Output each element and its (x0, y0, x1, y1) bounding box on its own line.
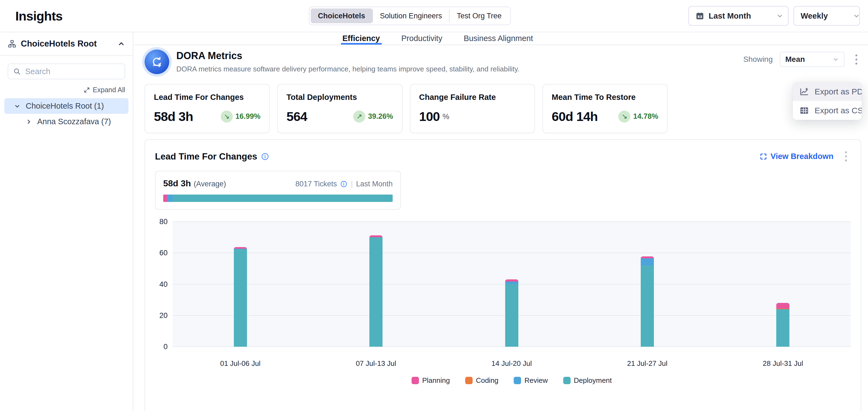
tree-item-anna-scozzafava-7[interactable]: Anna Scozzafava (7) (4, 114, 128, 130)
x-tick-label: 28 Jul-31 Jul (763, 359, 803, 368)
app-title: Insights (16, 8, 62, 24)
menu-item-export-as-pdf[interactable]: Export as PDF (793, 82, 862, 101)
bar-segment-planning (505, 279, 518, 281)
tickets-count: 8017 Tickets (296, 180, 337, 188)
legend-label: Coding (476, 376, 498, 385)
trend-down-icon: ↘ (618, 110, 630, 123)
sidebar-title: ChoiceHotels Root (21, 39, 113, 49)
gridline (173, 221, 851, 222)
info-icon[interactable] (261, 152, 269, 161)
x-tick-label: 14 Jul-20 Jul (492, 359, 532, 368)
metric-card-lead-time-for-changes: Lead Time For Changes58d 3h↘16.99% (145, 84, 270, 133)
y-tick-label: 40 (159, 280, 167, 288)
chevron-down-icon[interactable] (14, 103, 21, 109)
legend-label: Planning (422, 376, 450, 385)
granularity-value: Weekly (801, 11, 828, 21)
metric-card-value-row: 58d 3h↘16.99% (154, 109, 260, 124)
metric-card-title: Change Failure Rate (419, 93, 526, 102)
topbar-controls: Last Month Weekly (688, 6, 860, 26)
tab-efficiency[interactable]: Efficiency (341, 32, 382, 45)
aggregation-value: Mean (785, 55, 832, 64)
dora-description: DORA metrics measure software delivery p… (176, 65, 520, 73)
view-breakdown-button[interactable]: View Breakdown (760, 152, 834, 161)
top-bar: Insights ChoiceHotelsSolution EngineersT… (0, 0, 868, 32)
dora-title: DORA Metrics (176, 50, 520, 62)
x-tick-label: 21 Jul-27 Jul (627, 359, 667, 368)
search-input[interactable] (25, 67, 120, 76)
legend-label: Deployment (574, 376, 612, 385)
average-value: 58d 3h (163, 178, 191, 189)
trend-badge: ↗39.26% (353, 110, 393, 123)
expand-all-label: Expand All (93, 86, 125, 94)
org-tab-choicehotels[interactable]: ChoiceHotels (311, 8, 372, 23)
chart-kebab-menu-icon[interactable] (841, 149, 851, 164)
expand-corners-icon (760, 153, 767, 160)
dora-kebab-menu-icon[interactable] (851, 52, 861, 67)
dora-cycle-icon (145, 49, 169, 74)
chart-legend: PlanningCodingReviewDeployment (173, 376, 851, 385)
sidebar-search[interactable] (8, 64, 125, 79)
tab-productivity[interactable]: Productivity (400, 32, 444, 45)
chevron-up-icon[interactable] (118, 40, 125, 47)
trend-percentage: 16.99% (236, 112, 261, 121)
chart-title: Lead Time For Changes (155, 151, 257, 162)
metric-card-title: Mean Time To Restore (552, 93, 658, 102)
bar-28-jul-31-jul[interactable] (776, 303, 789, 347)
bar-21-jul-27-jul[interactable] (641, 256, 654, 347)
chevron-down-icon (776, 12, 783, 20)
date-range-dropdown[interactable]: Last Month (688, 6, 788, 26)
legend-swatch (465, 377, 473, 384)
trend-percentage: 14.78% (633, 112, 658, 121)
search-icon (13, 68, 21, 75)
metric-card-title: Lead Time For Changes (154, 93, 260, 102)
content: DORA Metrics DORA metrics measure softwa… (133, 45, 868, 411)
date-range-value: Last Month (709, 11, 751, 21)
y-axis: 020406080 (155, 221, 173, 347)
trend-up-icon: ↗ (353, 110, 365, 123)
calendar-icon (695, 11, 704, 20)
bar-segment-planning (641, 256, 654, 258)
org-segmented-control: ChoiceHotelsSolution EngineersTest Org T… (309, 7, 511, 25)
trend-badge: ↘14.78% (618, 110, 658, 123)
bar-segment-planning (776, 303, 789, 309)
menu-item-label: Export as PDF (815, 87, 862, 96)
bar-segment-review (505, 281, 518, 284)
bar-14-jul-20-jul[interactable] (505, 279, 518, 347)
x-axis: 01 Jul-06 Jul07 Jul-13 Jul14 Jul-20 Jul2… (173, 356, 851, 374)
metric-card-change-failure-rate: Change Failure Rate100% (410, 84, 535, 133)
org-tab-solution-engineers[interactable]: Solution Engineers (373, 8, 450, 23)
tree-item-label: Anna Scozzafava (7) (37, 117, 111, 126)
average-summary-card: 58d 3h (Average) 8017 Tickets | Last Mon… (155, 171, 401, 210)
info-icon[interactable] (340, 180, 347, 188)
tab-business-alignment[interactable]: Business Alignment (462, 32, 534, 45)
granularity-dropdown[interactable]: Weekly (794, 6, 860, 26)
expand-all-button[interactable]: Expand All (84, 86, 125, 94)
y-tick-label: 20 (159, 311, 167, 319)
bar-07-jul-13-jul[interactable] (369, 235, 382, 347)
bar-01-jul-06-jul[interactable] (234, 247, 247, 347)
chevron-right-icon[interactable] (25, 118, 32, 125)
bar-segment-deployment (776, 309, 789, 347)
progress-segment-planning (163, 195, 167, 202)
aggregation-dropdown[interactable]: Mean (780, 52, 844, 67)
metric-card-value-row: 564↗39.26% (286, 109, 393, 124)
bar-segment-deployment (369, 237, 382, 347)
chart-export-icon (799, 87, 809, 97)
bar-segment-planning (369, 235, 382, 237)
lead-time-chart-card: Lead Time For Changes View Breakdown (145, 139, 861, 411)
trend-down-icon: ↘ (221, 110, 233, 123)
tree-item-choicehotels-root-1[interactable]: ChoiceHotels Root (1) (4, 98, 128, 114)
org-tab-test-org-tree[interactable]: Test Org Tree (450, 8, 509, 23)
progress-segment-review (167, 195, 172, 202)
legend-item-review: Review (514, 376, 548, 385)
main-panel: EfficiencyProductivityBusiness Alignment… (133, 32, 868, 411)
expand-icon (84, 87, 90, 93)
plot-area (173, 221, 851, 347)
section-tabs: EfficiencyProductivityBusiness Alignment (133, 32, 868, 45)
menu-item-export-as-csv[interactable]: Export as CSV (793, 101, 862, 120)
dora-header: DORA Metrics DORA metrics measure softwa… (145, 49, 861, 74)
org-sidebar: ChoiceHotels Root Expand All (0, 32, 133, 411)
trend-badge: ↘16.99% (221, 110, 261, 123)
y-tick-label: 0 (163, 343, 167, 351)
y-tick-label: 60 (159, 249, 167, 257)
